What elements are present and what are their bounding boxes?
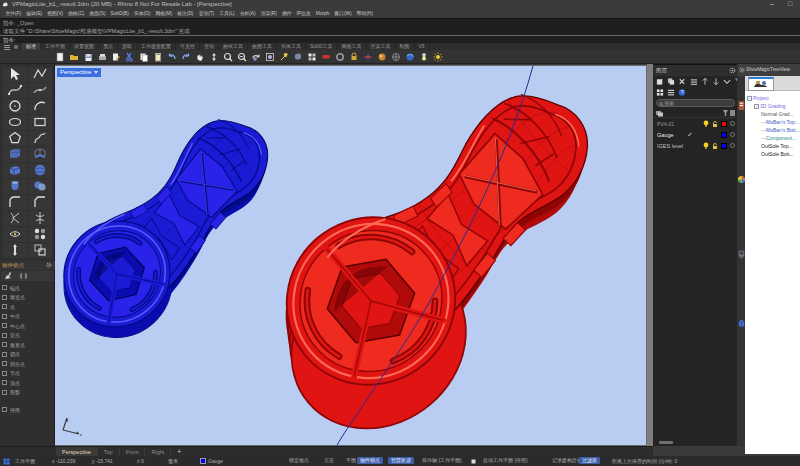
statusbar-toggle-6[interactable]: 操作轴 (工作平面) xyxy=(419,457,465,464)
toolbar-tab-2[interactable]: 工作平面 xyxy=(41,43,70,50)
layer-material-icon[interactable] xyxy=(730,121,735,126)
layer-row-IGES level[interactable]: IGES level xyxy=(653,140,738,151)
layer-lock-icon[interactable] xyxy=(712,142,718,150)
copy-object-icon[interactable] xyxy=(33,243,47,257)
eraser-icon[interactable] xyxy=(321,52,331,62)
hide-icon[interactable] xyxy=(335,52,345,62)
layers-gear-icon[interactable] xyxy=(729,67,736,74)
menu-item-13[interactable]: 渲染(R) xyxy=(258,9,279,18)
extrude-surface-icon[interactable] xyxy=(33,147,47,161)
osnap-checkbox[interactable] xyxy=(2,304,7,309)
maximize-button[interactable]: □ xyxy=(780,0,800,9)
minimize-button[interactable]: – xyxy=(762,0,782,9)
menu-item-17[interactable]: 窗口(W) xyxy=(332,9,354,18)
polygon-icon[interactable] xyxy=(8,131,22,145)
zoom-extents-icon[interactable] xyxy=(265,52,275,62)
explode-icon[interactable] xyxy=(33,227,47,241)
expand-icon[interactable] xyxy=(723,77,731,86)
menu-item-1[interactable]: 文件(F) xyxy=(3,9,24,18)
cut-icon[interactable] xyxy=(125,52,135,62)
viewport-tab-right[interactable]: Right xyxy=(145,447,171,457)
menu-item-8[interactable]: 网格(M) xyxy=(153,9,175,18)
menu-item-7[interactable]: 实体(O) xyxy=(131,9,153,18)
viewport-tab-top[interactable]: Top xyxy=(98,447,120,457)
osnap-hand-icon[interactable] xyxy=(4,272,13,280)
toolbar-tab-8[interactable]: 变动 xyxy=(200,43,219,50)
tree-expander-icon[interactable]: − xyxy=(754,104,759,109)
menu-item-4[interactable]: 曲线(C) xyxy=(66,9,87,18)
toolbar-tab-16[interactable]: V5 xyxy=(415,43,430,50)
move-icon[interactable] xyxy=(209,52,219,62)
red-sole-object[interactable] xyxy=(231,66,647,446)
join-icon[interactable] xyxy=(8,227,22,241)
toolbar-tab-6[interactable]: 工作视窗配置 xyxy=(137,43,176,50)
surface-from-curves-icon[interactable] xyxy=(8,147,22,161)
osnap-checkbox[interactable] xyxy=(2,285,7,290)
tree-node-Normal-Grad-[interactable]: Normal Grad... xyxy=(745,110,800,118)
statusbar-toggle-9[interactable]: 过滤器 xyxy=(579,457,600,464)
statusbar-cplane[interactable]: 工作平面 xyxy=(15,458,35,464)
spotlight-icon[interactable] xyxy=(377,52,387,62)
select-arrow-icon[interactable] xyxy=(8,67,22,81)
toolbar-tab-9[interactable]: 曲线工具 xyxy=(219,43,248,50)
tree-node-OutSole-Top-[interactable]: OutSole Top... xyxy=(745,142,800,150)
layer-name[interactable]: PVA-01 xyxy=(657,121,687,127)
new-sublayer-icon[interactable] xyxy=(667,77,675,86)
freeform-curve-icon[interactable] xyxy=(33,131,47,145)
circle-icon[interactable] xyxy=(8,99,22,113)
treeview-gear-icon[interactable] xyxy=(739,67,745,73)
osnap-checkbox[interactable] xyxy=(2,342,7,347)
toolbar-tab-11[interactable]: 实体工具 xyxy=(277,43,306,50)
toolbar-tab-10[interactable]: 曲面工具 xyxy=(248,43,277,50)
toolbar-tab-1[interactable]: 标准 xyxy=(22,43,41,50)
layer-row-Gauge[interactable]: Gauge✓ xyxy=(653,129,738,140)
new-viewport-tab-button[interactable]: + xyxy=(171,448,187,455)
layer-name[interactable]: Gauge xyxy=(657,132,687,138)
tree-node-MoBan-s-Bott-[interactable]: —MoBan's Bott... xyxy=(745,126,800,134)
statusbar-toggle-4[interactable]: 物件锁点 xyxy=(357,457,383,464)
statusbar-toggle-5[interactable]: 智慧轨迹 xyxy=(388,457,414,464)
toolbar-tab-15[interactable]: 制图 xyxy=(396,43,415,50)
tree-node-MoBan-s-Top-[interactable]: —MoBan's Top... xyxy=(745,118,800,126)
rotate-icon[interactable] xyxy=(293,52,303,62)
redo-icon[interactable] xyxy=(181,52,191,62)
list-view-icon[interactable] xyxy=(667,88,675,97)
layers-search-input[interactable]: 搜索 xyxy=(656,99,735,107)
copy-icon[interactable] xyxy=(139,52,149,62)
move-up-icon[interactable] xyxy=(701,77,709,86)
rotate-view-icon[interactable] xyxy=(251,52,261,62)
layers-hscrollbar[interactable] xyxy=(659,441,673,444)
layer-lock-icon[interactable] xyxy=(712,120,718,128)
osnap-checkbox[interactable] xyxy=(2,323,7,328)
osnap-gear-icon[interactable] xyxy=(46,262,52,268)
menu-item-18[interactable]: 帮助(H) xyxy=(354,9,375,18)
toolbar-tab-13[interactable]: 网格工具 xyxy=(338,43,367,50)
toolbar-tab-12[interactable]: SubD工具 xyxy=(306,43,338,50)
menu-item-9[interactable]: 标注(D) xyxy=(175,9,196,18)
fillet-icon[interactable] xyxy=(8,195,22,209)
rectangle-icon[interactable] xyxy=(33,115,47,129)
tree-node-3D-Grading[interactable]: −3D Grading xyxy=(745,102,800,110)
toolbar-tab-4[interactable]: 显示 xyxy=(99,43,118,50)
osnap-checkbox[interactable] xyxy=(2,352,7,357)
menu-item-3[interactable]: 视图(V) xyxy=(45,9,66,18)
osnap-checkbox[interactable] xyxy=(2,361,7,366)
osnap-checkbox[interactable] xyxy=(2,390,7,395)
toolbar-tab-14[interactable]: 渲染工具 xyxy=(367,43,396,50)
boolean-icon[interactable] xyxy=(33,179,47,193)
trim-icon[interactable] xyxy=(8,211,22,225)
menu-item-5[interactable]: 曲面(S) xyxy=(87,9,108,18)
tree-node-Component-[interactable]: —Component... xyxy=(745,134,800,142)
menu-item-12[interactable]: 分析(A) xyxy=(237,9,258,18)
menu-item-11[interactable]: 工具(L) xyxy=(217,9,237,18)
layer-visibility-bulb-icon[interactable] xyxy=(703,142,709,150)
layer-material-icon[interactable] xyxy=(730,132,735,137)
grid-view-icon[interactable] xyxy=(656,88,664,97)
osnap-magnet-icon[interactable] xyxy=(19,272,28,280)
print-icon[interactable] xyxy=(97,52,107,62)
save-icon[interactable] xyxy=(83,52,93,62)
viewport-tab-front[interactable]: Front xyxy=(120,447,146,457)
layer-color-swatch[interactable] xyxy=(721,132,727,138)
box-icon[interactable] xyxy=(8,163,22,177)
osnap-checkbox[interactable] xyxy=(2,314,7,319)
